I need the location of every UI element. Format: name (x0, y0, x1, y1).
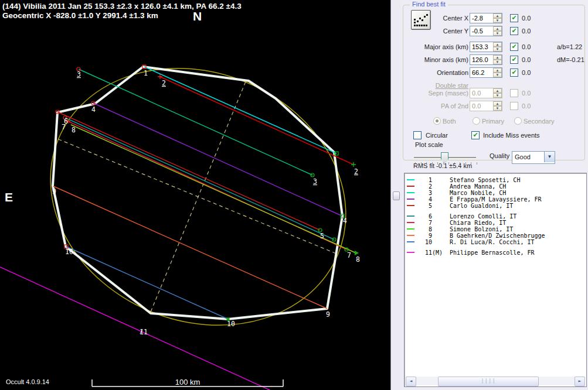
magnitude-drop-value: dM=-0.21 (557, 56, 588, 63)
compass-east-label: E (5, 190, 13, 204)
observer-number: 2 (413, 183, 432, 190)
pa2nd-row: PA of 2nd ▲▼ ✔ 0.0 (403, 101, 584, 111)
chord-label-4: 4 (91, 105, 96, 114)
major-axis-input[interactable] (470, 42, 494, 51)
observer-row-5[interactable]: 5Carlo Gualdoni, IT (405, 203, 586, 209)
observer-name: Andrea Manna, CH (450, 183, 506, 190)
observer-row-2[interactable]: 2Andrea Manna, CH (405, 183, 586, 190)
chord-label-5: 5 (320, 232, 324, 240)
observer-row-11[interactable]: 11(M)Philippe Bernascolle, FR (405, 249, 586, 256)
find-best-fit-group: Find best fit Center X ▲▼ ✔ 0.0 Center Y (403, 5, 585, 160)
center-y-check[interactable]: ✔ (510, 27, 518, 35)
center-x-spinner[interactable]: ▲▼ (493, 13, 502, 23)
scrollbar-thumb[interactable] (438, 377, 539, 386)
minor-axis-field: ▲▼ (470, 54, 502, 65)
observer-row-3[interactable]: 3Marco Nobile, CH (405, 190, 586, 196)
pa2nd-error: 0.0 (522, 102, 531, 110)
minor-axis-input[interactable] (470, 55, 494, 64)
chord-label-8: 8 (356, 255, 360, 264)
radio-both (433, 117, 441, 125)
minor-axis-row: Minor axis (km) ▲▼ ✔ 0.0 dM=-0.21 (403, 54, 584, 65)
radio-primary (473, 117, 480, 125)
chord-label-9: 9 (52, 187, 56, 196)
observer-list[interactable]: 1Stefano Sposetti, CH2Andrea Manna, CH3M… (404, 173, 587, 387)
observer-name: Simone Bolzoni, IT (450, 226, 513, 232)
observer-row-7[interactable]: 7Chiara Riedo, IT (405, 220, 586, 226)
splitter-handle-icon[interactable] (393, 191, 400, 200)
observer-number: 5 (413, 203, 432, 209)
observer-row-4[interactable]: 4E Frappa/M Lavayssiere, FR (405, 196, 586, 203)
sepn-input (470, 88, 494, 97)
orientation-field: ▲▼ (470, 67, 502, 78)
plot-title-line2: Geocentric X -828.0 ±1.0 Y 2991.4 ±1.3 k… (2, 11, 158, 20)
center-y-label: Center Y (408, 28, 468, 35)
chord-label-3: 3 (313, 177, 317, 186)
observer-row-10[interactable]: 10R. Di Luca/R. Cocchi, IT (405, 239, 586, 245)
observer-name: Stefano Sposetti, CH (450, 177, 520, 183)
center-y-spinner[interactable]: ▲▼ (493, 26, 502, 36)
panel-splitter[interactable] (390, 0, 402, 390)
center-x-check[interactable]: ✔ (510, 14, 518, 22)
chord-label-2: 2 (354, 167, 358, 176)
scroll-left-arrow-icon[interactable]: ◄ (406, 377, 416, 386)
circular-check[interactable]: ✔ (413, 131, 422, 139)
sepn-error: 0.0 (522, 90, 531, 97)
observer-name: R. Di Luca/R. Cocchi, IT (450, 239, 535, 245)
occultation-plot: 312467891023457891011 (144) Vibilia 2011… (0, 0, 390, 390)
rms-fit-text: RMS fit -0.1 ±5.4 km (413, 162, 472, 169)
orientation-spinner[interactable]: ▲▼ (493, 68, 502, 77)
major-axis-spinner[interactable]: ▲▼ (493, 42, 502, 52)
occult-fit-window: { "window": { "title1": "(144) Vibilia 2… (0, 0, 588, 390)
include-miss-check[interactable]: ✔ (471, 131, 480, 139)
minor-axis-spinner[interactable]: ▲▼ (493, 55, 502, 64)
scalebar-label: 100 km (175, 378, 200, 386)
major-axis-label: Major axis (km) (408, 43, 468, 50)
observer-name: B Gaehrken/D Zwischenbrugge (450, 232, 545, 239)
observer-number: 10 (413, 239, 432, 245)
quality-dropdown[interactable]: Good ▼ (512, 151, 555, 164)
major-axis-check[interactable]: ✔ (510, 43, 518, 51)
orientation-input[interactable] (470, 68, 494, 77)
fit-control-panel: Find best fit Center X ▲▼ ✔ 0.0 Center Y (401, 0, 588, 390)
major-axis-field: ▲▼ (470, 42, 502, 52)
observer-name: Philippe Bernascolle, FR (450, 249, 535, 256)
chevron-down-icon[interactable]: ▼ (544, 152, 555, 162)
chord-label-10: 10 (65, 248, 73, 256)
sepn-row: Sepn (masec) ▲▼ ✔ 0.0 (403, 88, 584, 98)
chord-label-10: 10 (227, 320, 235, 328)
observer-number: 4 (413, 196, 432, 203)
plot-title-line1: (144) Vibilia 2011 Jan 25 153.3 ±2.3 x 1… (2, 2, 242, 11)
observer-name: E Frappa/M Lavayssiere, FR (450, 196, 542, 203)
center-x-input[interactable] (470, 13, 494, 22)
observer-row-1[interactable]: 1Stefano Sposetti, CH (405, 177, 586, 183)
chord-label-2: 2 (162, 79, 166, 87)
sepn-spinner: ▲▼ (493, 88, 502, 98)
observer-row-8[interactable]: 8Simone Bolzoni, IT (405, 226, 586, 232)
include-miss-label: Include Miss events (483, 132, 540, 139)
pa2nd-check: ✔ (510, 102, 518, 110)
pa2nd-field: ▲▼ (470, 101, 502, 111)
observer-name: Marco Nobile, CH (450, 190, 506, 196)
chord-label-1: 1 (144, 69, 148, 77)
minor-axis-label: Minor axis (km) (408, 56, 468, 63)
axis-ratio-value: a/b=1.22 (557, 43, 588, 50)
center-y-error: 0.0 (522, 28, 531, 35)
sepn-field: ▲▼ (470, 88, 502, 98)
minor-axis-check[interactable]: ✔ (510, 56, 518, 64)
options-row: ✔ Circular ✔ Include Miss events (403, 130, 584, 141)
scroll-right-arrow-icon[interactable]: ► (575, 377, 585, 386)
compass-north-label: N (193, 9, 202, 23)
major-axis-error: 0.0 (522, 43, 531, 50)
observer-row-6[interactable]: 6Lorenzo Comolli, IT (405, 213, 586, 220)
major-axis-row: Major axis (km) ▲▼ ✔ 0.0 a/b=1.22 (403, 42, 584, 52)
horizontal-scrollbar[interactable]: ◄ ► (406, 377, 585, 385)
orientation-check[interactable]: ✔ (510, 69, 518, 77)
quality-value: Good (515, 153, 531, 160)
center-x-row: Center X ▲▼ ✔ 0.0 (403, 13, 584, 23)
observer-number: 1 (413, 177, 432, 183)
chord-label-7: 7 (62, 123, 66, 131)
observer-number: 6 (413, 213, 432, 220)
observer-row-9[interactable]: 9B Gaehrken/D Zwischenbrugge (405, 232, 586, 239)
center-y-input[interactable] (470, 26, 494, 35)
radio-both-label: Both (443, 118, 456, 125)
